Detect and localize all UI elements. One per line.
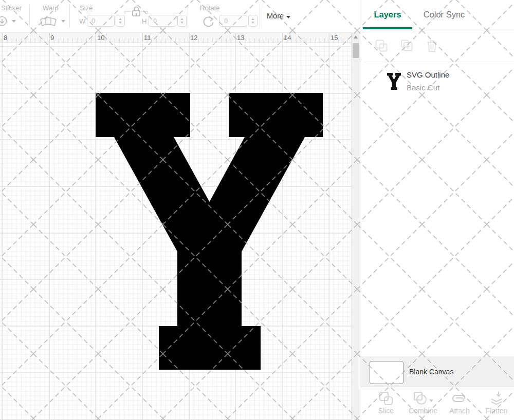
stepper-down-icon (119, 22, 122, 24)
horizontal-ruler: 8 9 10 11 12 13 14 15 (0, 32, 351, 43)
toolbar-separator (69, 5, 70, 28)
tab-color-sync-label: Color Sync (424, 10, 465, 19)
tab-layers[interactable]: Layers (363, 0, 412, 29)
chevron-down-icon (61, 20, 65, 23)
width-input[interactable] (87, 15, 115, 27)
scrollbar-thumb[interactable] (353, 43, 359, 58)
vertical-scrollbar[interactable] (351, 32, 360, 420)
chevron-down-icon (12, 20, 16, 23)
slice-icon (378, 391, 394, 406)
slice-button[interactable]: Slice (370, 387, 402, 420)
sticker-icon (0, 15, 9, 27)
combine-icon (413, 391, 428, 406)
tab-layers-label: Layers (374, 10, 401, 19)
height-stepper[interactable] (177, 15, 187, 27)
rotate-group-label: Rotate (200, 4, 219, 12)
flatten-icon (489, 391, 504, 406)
ruler-mark: 14 (284, 34, 291, 42)
slice-label: Slice (370, 407, 402, 415)
more-button[interactable]: More (267, 12, 290, 20)
stepper-down-icon (251, 22, 254, 24)
rotate-input[interactable] (219, 15, 247, 27)
tab-color-sync[interactable]: Color Sync (416, 0, 472, 29)
flatten-button[interactable]: Flatten (481, 387, 512, 420)
ruler-mark: 13 (237, 34, 244, 42)
canvas-object-letter-y[interactable] (0, 43, 351, 420)
ruler-mark: 15 (331, 34, 338, 42)
sticker-dropdown-button[interactable] (0, 15, 9, 29)
duplicate-layer-button[interactable] (375, 39, 389, 55)
attach-label: Attach (444, 407, 475, 415)
scrollbar-up-button[interactable] (352, 32, 360, 42)
height-field-label: H (142, 17, 146, 25)
layers-panel: Layers Color Sync (360, 0, 514, 420)
add-layer-button[interactable] (400, 39, 414, 55)
chevron-down-icon (286, 16, 290, 18)
toolbar-separator (29, 5, 30, 28)
warp-icon (39, 16, 58, 27)
rotate-button[interactable] (201, 15, 215, 30)
combine-button[interactable]: Combine (407, 387, 439, 420)
chevron-down-icon (429, 399, 433, 402)
stepper-up-icon (251, 18, 254, 20)
lock-icon (133, 7, 140, 16)
layer-subtitle: Basic Cut (407, 83, 439, 92)
stepper-down-icon (180, 22, 183, 24)
panel-divider (364, 62, 514, 62)
toolbar-separator (260, 5, 260, 28)
duplicate-icon (375, 39, 389, 53)
top-toolbar: Sticker Warp Size W (0, 0, 360, 32)
delete-layer-button[interactable] (425, 39, 439, 55)
ruler-mark: 8 (4, 34, 7, 42)
rotate-icon (201, 15, 215, 28)
panel-tabs: Layers Color Sync (360, 0, 514, 29)
size-group-label: Size (80, 4, 93, 12)
stepper-up-icon (119, 18, 122, 20)
blank-canvas-row[interactable]: Blank Canvas (360, 356, 514, 387)
toolbar-separator (188, 5, 188, 28)
ruler-mark: 12 (190, 34, 197, 42)
stepper-up-icon (180, 18, 183, 20)
link-bracket-right (141, 11, 148, 14)
ruler-mark: 10 (97, 34, 104, 42)
height-input[interactable] (149, 15, 176, 27)
blank-canvas-label: Blank Canvas (409, 368, 453, 376)
rotate-stepper[interactable] (248, 15, 258, 27)
ruler-mark: 11 (144, 34, 151, 42)
more-button-label: More (267, 12, 284, 20)
flatten-label: Flatten (481, 407, 512, 415)
canvas-color-swatch[interactable] (370, 361, 403, 384)
sticker-group-label: Sticker (1, 4, 22, 12)
width-field-label: W (79, 17, 85, 25)
warp-dropdown-button[interactable] (39, 16, 58, 29)
layer-tools-bar: Slice Combine Attach (360, 387, 514, 420)
design-canvas[interactable] (0, 43, 351, 420)
link-bracket-left (125, 11, 131, 14)
attach-button[interactable]: Attach (444, 387, 475, 420)
combine-label: Combine (407, 407, 439, 415)
layer-title: SVG Outline (407, 70, 449, 79)
ruler-mark: 9 (50, 34, 54, 42)
add-layer-icon (400, 39, 414, 53)
design-app-window: Sticker Warp Size W (0, 0, 514, 420)
layer-thumbnail-letter-y (387, 73, 401, 90)
warp-group-label: Warp (43, 4, 59, 12)
active-tab-underline (363, 27, 412, 29)
lock-aspect-button[interactable] (123, 4, 149, 19)
scroll-up-icon (354, 35, 358, 39)
layer-list-item[interactable]: SVG Outline Basic Cut (360, 66, 514, 99)
attach-icon (451, 391, 468, 406)
layer-actions-row (360, 39, 514, 60)
trash-icon (425, 39, 439, 53)
